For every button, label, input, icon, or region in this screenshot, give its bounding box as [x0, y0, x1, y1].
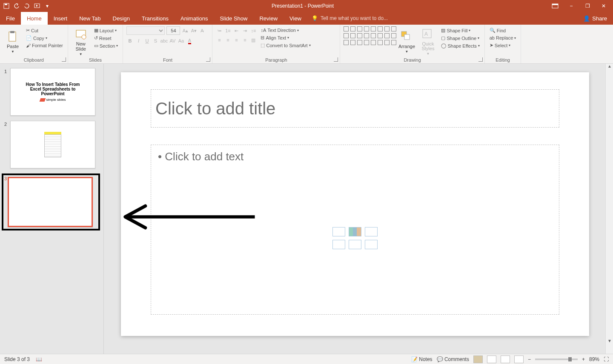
zoom-knob[interactable]	[568, 357, 572, 361]
zoom-slider[interactable]	[535, 358, 578, 360]
arrange-button[interactable]: Arrange ▼	[397, 26, 416, 57]
tab-design[interactable]: Design	[107, 12, 136, 25]
justify-icon[interactable]: ≡	[241, 37, 248, 43]
align-text-button[interactable]: ⊟Align Text▾	[259, 34, 312, 41]
insert-smartart-icon[interactable]	[365, 227, 378, 236]
align-center-icon[interactable]: ≡	[224, 37, 231, 43]
qat-customize-icon[interactable]: ▾	[44, 3, 50, 9]
slide-editor[interactable]: Click to add title • Click to add text ▲…	[104, 64, 613, 354]
spellcheck-icon[interactable]: 📖	[36, 356, 42, 362]
slide-sorter-view-icon[interactable]	[487, 355, 496, 363]
find-button[interactable]: 🔍Find	[488, 27, 518, 34]
layout-button[interactable]: ▦Layout▾	[93, 27, 120, 34]
undo-icon[interactable]	[14, 3, 20, 9]
font-size-input[interactable]	[166, 26, 180, 35]
content-placeholder[interactable]: • Click to add text	[151, 145, 559, 315]
save-icon[interactable]	[3, 3, 9, 9]
italic-icon[interactable]: I	[135, 37, 142, 44]
select-button[interactable]: ➤Select▾	[488, 42, 518, 48]
insert-online-pictures-icon[interactable]	[349, 240, 361, 249]
format-painter-button[interactable]: 🖌Format Painter	[25, 43, 64, 48]
shape-fill-button[interactable]: ▨Shape Fill▾	[440, 27, 481, 34]
slide-thumbnail-1[interactable]: 1 How To Insert Tables From Excel Spread…	[3, 68, 100, 116]
maximize-icon[interactable]: ❐	[584, 3, 591, 9]
slide-thumbnail-2[interactable]: 2	[3, 121, 100, 168]
paste-button[interactable]: Paste ▼	[3, 26, 22, 57]
convert-smartart-button[interactable]: ⬚Convert to SmartArt▾	[259, 42, 312, 48]
insert-table-icon[interactable]	[332, 227, 345, 236]
numbering-icon[interactable]: 1≡	[224, 27, 231, 34]
tab-file[interactable]: File	[0, 12, 21, 25]
bullets-icon[interactable]: ≔	[216, 27, 223, 34]
shapes-gallery[interactable]	[344, 26, 395, 57]
increase-font-icon[interactable]: A▴	[182, 27, 189, 34]
notes-button[interactable]: 📝 Notes	[411, 356, 433, 362]
tell-me-search[interactable]: 💡 Tell me what you want to do...	[307, 12, 388, 25]
reset-button[interactable]: ↺Reset	[93, 35, 120, 41]
strikethrough-icon[interactable]: abc	[160, 37, 167, 44]
decrease-indent-icon[interactable]: ⇤	[233, 27, 240, 34]
decrease-font-icon[interactable]: A▾	[190, 27, 197, 34]
font-color-icon[interactable]: A	[186, 37, 193, 44]
chevron-down-icon: ▼	[11, 50, 14, 54]
shadow-icon[interactable]: S	[152, 37, 159, 44]
section-button[interactable]: ▭Section▾	[93, 43, 120, 49]
fit-to-window-icon[interactable]: ⛶	[604, 356, 609, 362]
font-launcher-icon[interactable]	[206, 57, 210, 62]
tab-home[interactable]: Home	[21, 12, 48, 25]
clear-formatting-icon[interactable]: A̶	[199, 27, 206, 34]
start-from-beginning-icon[interactable]	[34, 3, 40, 9]
line-spacing-icon[interactable]: ↕≡	[250, 27, 257, 34]
close-icon[interactable]: ✕	[600, 3, 607, 9]
shape-outline-button[interactable]: ▢Shape Outline▾	[440, 35, 481, 41]
quick-styles-button[interactable]: A Quick Styles ▼	[418, 26, 437, 57]
tab-animations[interactable]: Animations	[175, 12, 214, 25]
shape-effects-button[interactable]: ◯Shape Effects▾	[440, 43, 481, 49]
insert-video-icon[interactable]	[365, 240, 378, 249]
insert-pictures-icon[interactable]	[332, 240, 345, 249]
replace-button[interactable]: abReplace▾	[488, 35, 518, 41]
drawing-launcher-icon[interactable]	[478, 57, 483, 62]
share-button[interactable]: 👤 Share	[577, 12, 613, 25]
tab-view[interactable]: View	[284, 12, 307, 25]
vertical-scrollbar[interactable]: ▲ ▼	[605, 64, 613, 354]
increase-indent-icon[interactable]: ⇥	[241, 27, 248, 34]
char-spacing-icon[interactable]: AV	[169, 37, 176, 44]
slide-thumbnail-3[interactable]: 3	[2, 173, 100, 230]
zoom-out-icon[interactable]: −	[528, 356, 531, 362]
scroll-up-icon[interactable]: ▲	[606, 64, 613, 71]
clipboard-launcher-icon[interactable]	[62, 57, 66, 62]
ribbon-display-options-icon[interactable]	[552, 3, 559, 9]
slide-counter[interactable]: Slide 3 of 3	[4, 356, 30, 362]
font-name-select[interactable]	[126, 26, 165, 35]
paragraph-launcher-icon[interactable]	[334, 57, 338, 62]
zoom-in-icon[interactable]: +	[582, 356, 585, 362]
reading-view-icon[interactable]	[501, 355, 510, 363]
slideshow-view-icon[interactable]	[514, 355, 524, 363]
zoom-level[interactable]: 89%	[589, 356, 599, 362]
text-direction-button[interactable]: ↕AText Direction▾	[259, 27, 312, 33]
tab-review[interactable]: Review	[253, 12, 284, 25]
change-case-icon[interactable]: Aa	[178, 37, 184, 44]
normal-view-icon[interactable]	[473, 355, 483, 363]
new-slide-button[interactable]: New Slide ▼	[72, 26, 90, 57]
cut-button[interactable]: ✂Cut	[25, 27, 64, 34]
title-placeholder[interactable]: Click to add title	[151, 89, 559, 128]
bold-icon[interactable]: B	[126, 37, 133, 44]
minimize-icon[interactable]: −	[568, 3, 575, 9]
tab-slide-show[interactable]: Slide Show	[214, 12, 253, 25]
align-left-icon[interactable]: ≡	[216, 37, 223, 43]
tab-insert[interactable]: Insert	[48, 12, 74, 25]
comments-button[interactable]: 💬 Comments	[437, 356, 469, 362]
insert-chart-icon[interactable]	[349, 227, 361, 236]
redo-icon[interactable]	[24, 3, 30, 9]
tab-transitions[interactable]: Transitions	[136, 12, 175, 25]
copy-button[interactable]: 📄Copy▾	[25, 35, 64, 41]
align-right-icon[interactable]: ≡	[233, 37, 240, 43]
scroll-down-icon[interactable]: ▼	[606, 338, 613, 346]
slide-canvas[interactable]: Click to add title • Click to add text	[121, 72, 589, 336]
slide-thumbnail-panel[interactable]: 1 How To Insert Tables From Excel Spread…	[0, 64, 104, 354]
underline-icon[interactable]: U	[143, 37, 150, 44]
tab-new-tab[interactable]: New Tab	[73, 12, 106, 25]
columns-icon[interactable]: ▥	[250, 37, 257, 43]
